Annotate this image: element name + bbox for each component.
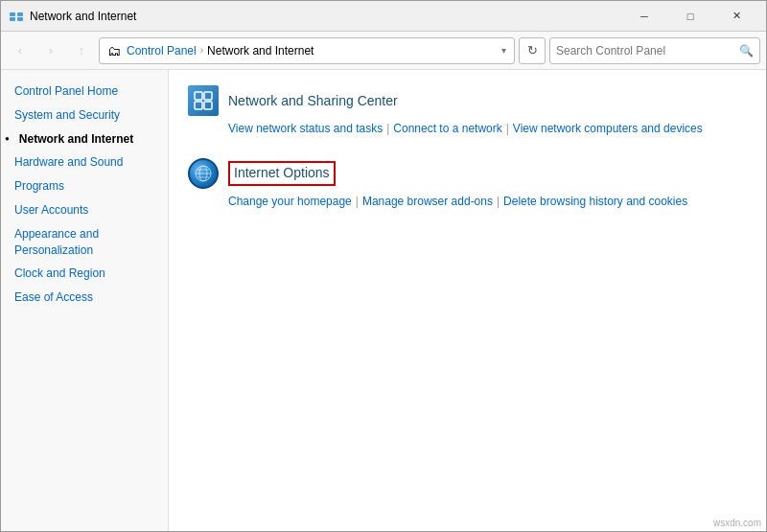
window-icon xyxy=(9,9,24,24)
change-homepage-link[interactable]: Change your homepage xyxy=(228,195,352,208)
sidebar-item-network-internet[interactable]: Network and Internet xyxy=(1,127,168,151)
search-box: 🔍 xyxy=(549,37,760,64)
view-network-status-link[interactable]: View network status and tasks xyxy=(228,122,383,135)
sidebar-item-hardware-sound[interactable]: Hardware and Sound xyxy=(1,150,168,174)
address-bar: ‹ › ↑ 🗂 Control Panel › Network and Inte… xyxy=(1,32,766,70)
window-controls: ─ □ ✕ xyxy=(622,1,758,32)
forward-button[interactable]: › xyxy=(37,37,64,64)
internet-options-link[interactable]: Internet Options xyxy=(234,165,330,180)
breadcrumb-bar[interactable]: 🗂 Control Panel › Network and Internet ▾ xyxy=(99,37,515,64)
delete-history-link[interactable]: Delete browsing history and cookies xyxy=(503,195,687,208)
svg-rect-1 xyxy=(17,12,23,16)
breadcrumb-sep-1: › xyxy=(200,45,203,56)
svg-rect-6 xyxy=(195,102,202,109)
internet-options-icon xyxy=(188,158,219,189)
link-separator-2: | xyxy=(506,122,509,135)
internet-options-links: Change your homepage | Manage browser ad… xyxy=(228,195,747,208)
network-sharing-title: Network and Sharing Center xyxy=(228,93,398,108)
svg-rect-3 xyxy=(17,17,23,21)
connect-to-network-link[interactable]: Connect to a network xyxy=(393,122,501,135)
refresh-button[interactable]: ↻ xyxy=(519,37,546,64)
network-sharing-section: Network and Sharing Center View network … xyxy=(188,85,747,135)
breadcrumb-current: Network and Internet xyxy=(207,44,314,58)
close-button[interactable]: ✕ xyxy=(714,1,758,32)
minimize-button[interactable]: ─ xyxy=(622,1,666,32)
svg-rect-7 xyxy=(204,102,212,109)
internet-options-highlight: Internet Options xyxy=(228,161,336,186)
watermark: wsxdn.com xyxy=(713,518,761,528)
internet-options-title: Internet Options xyxy=(228,161,336,186)
sidebar-item-appearance[interactable]: Appearance and Personalization xyxy=(1,222,168,263)
up-button[interactable]: ↑ xyxy=(68,37,95,64)
svg-rect-5 xyxy=(204,92,212,100)
title-bar: Network and Internet ─ □ ✕ xyxy=(1,1,766,32)
sidebar-item-clock-region[interactable]: Clock and Region xyxy=(1,262,168,286)
sidebar-item-user-accounts[interactable]: User Accounts xyxy=(1,198,168,222)
svg-rect-0 xyxy=(10,12,15,16)
sidebar-item-ease-access[interactable]: Ease of Access xyxy=(1,286,168,310)
maximize-button[interactable]: □ xyxy=(668,1,712,32)
sidebar: Control Panel Home System and Security N… xyxy=(1,70,169,532)
search-input[interactable] xyxy=(556,44,735,58)
sidebar-item-programs[interactable]: Programs xyxy=(1,174,168,198)
content-area: Network and Sharing Center View network … xyxy=(169,70,766,532)
link-separator-4: | xyxy=(497,195,500,208)
breadcrumb-control-panel[interactable]: Control Panel xyxy=(127,44,197,58)
window-title: Network and Internet xyxy=(30,10,622,23)
folder-icon: 🗂 xyxy=(107,43,121,58)
network-sharing-icon xyxy=(188,85,219,116)
sidebar-item-control-panel-home[interactable]: Control Panel Home xyxy=(1,80,168,104)
svg-rect-4 xyxy=(195,92,202,100)
main-layout: Control Panel Home System and Security N… xyxy=(1,70,766,532)
network-sharing-link[interactable]: Network and Sharing Center xyxy=(228,93,398,108)
link-separator-1: | xyxy=(386,122,389,135)
search-icon: 🔍 xyxy=(739,44,754,58)
link-separator-3: | xyxy=(356,195,359,208)
section-header-network: Network and Sharing Center xyxy=(188,85,747,116)
internet-options-section: Internet Options Change your homepage | … xyxy=(188,158,747,208)
back-button[interactable]: ‹ xyxy=(7,37,34,64)
svg-rect-2 xyxy=(10,17,15,21)
breadcrumb-dropdown-icon[interactable]: ▾ xyxy=(501,45,506,56)
network-sharing-links: View network status and tasks | Connect … xyxy=(228,122,747,135)
view-network-computers-link[interactable]: View network computers and devices xyxy=(513,122,703,135)
sidebar-item-system-security[interactable]: System and Security xyxy=(1,104,168,127)
manage-addons-link[interactable]: Manage browser add-ons xyxy=(362,195,493,208)
section-header-internet: Internet Options xyxy=(188,158,747,189)
